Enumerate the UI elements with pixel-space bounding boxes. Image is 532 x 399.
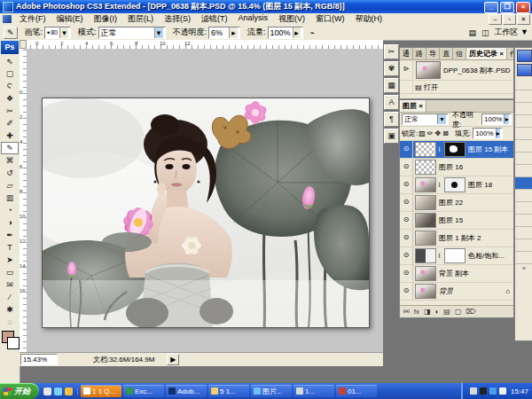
layer-thumbnail[interactable] bbox=[415, 266, 436, 281]
layers-opacity-arrow[interactable]: ▸ bbox=[504, 114, 509, 124]
zoom-tool[interactable]: ◌ bbox=[1, 316, 19, 328]
paragraph-icon[interactable]: ¶ bbox=[384, 112, 399, 127]
layer-comps-icon[interactable]: ▣ bbox=[384, 129, 399, 144]
brush-dropdown-arrow[interactable]: ▾ bbox=[59, 27, 68, 38]
eraser-tool[interactable]: ▱ bbox=[1, 179, 19, 192]
visibility-eye-icon[interactable]: ⊙ bbox=[400, 230, 413, 246]
maximize-button[interactable]: ❐ bbox=[500, 2, 514, 13]
mode-select[interactable]: 正常 ▾ bbox=[98, 27, 166, 39]
layer-row[interactable]: ⊙图层 15 bbox=[400, 212, 513, 230]
quick-launch-icon[interactable] bbox=[65, 387, 73, 395]
layer-name[interactable]: 色相/饱和... bbox=[466, 251, 505, 261]
blur-tool[interactable]: ◔ bbox=[1, 204, 19, 216]
history-brush-tool[interactable]: ↺ bbox=[1, 167, 19, 179]
blend-mode-arrow[interactable]: ▾ bbox=[437, 114, 446, 124]
quick-launch-icon[interactable] bbox=[54, 387, 62, 395]
dodge-tool[interactable]: ◑ bbox=[1, 216, 19, 229]
menu-item[interactable]: 选择(S) bbox=[159, 13, 196, 25]
opacity-input[interactable]: 6% ▸ bbox=[208, 27, 240, 39]
notes-tool[interactable]: ✉ bbox=[1, 278, 19, 291]
layers-tab[interactable]: 图层 × bbox=[400, 100, 426, 112]
healing-brush-tool[interactable]: ✚ bbox=[1, 129, 19, 142]
visibility-eye-icon[interactable]: ⊙ bbox=[400, 176, 413, 193]
clone-source-icon[interactable]: ✂ bbox=[384, 44, 399, 59]
flow-input[interactable]: 100% ▸ bbox=[268, 27, 303, 39]
strip-row[interactable] bbox=[515, 140, 532, 153]
zoom-level-input[interactable]: 15.43% bbox=[20, 354, 58, 365]
taskbar-task-button[interactable]: 5 1... bbox=[208, 385, 249, 397]
airbrush-toggle-icon[interactable]: ⌁ bbox=[310, 28, 315, 37]
palette-tab[interactable]: 信 bbox=[453, 48, 466, 59]
layer-style-icon[interactable]: fx bbox=[414, 308, 419, 316]
tool-preset-icon[interactable]: ✎ bbox=[4, 27, 18, 39]
blend-mode-select[interactable]: 正常 ▾ bbox=[402, 113, 449, 125]
menu-item[interactable]: 编辑(E) bbox=[51, 13, 89, 25]
strip-row[interactable] bbox=[515, 190, 532, 202]
strip-row[interactable] bbox=[515, 165, 532, 177]
tray-icon[interactable] bbox=[470, 387, 477, 395]
layer-thumbnail[interactable] bbox=[415, 231, 436, 246]
menu-item[interactable]: 滤镜(T) bbox=[196, 13, 233, 25]
pasteboard[interactable] bbox=[27, 49, 383, 352]
menu-item[interactable]: 文件(F) bbox=[14, 13, 51, 25]
strip-row[interactable] bbox=[515, 239, 532, 252]
layer-mask-thumbnail[interactable] bbox=[444, 177, 466, 192]
strip-row[interactable] bbox=[515, 227, 532, 239]
link-layers-icon[interactable]: ⚯ bbox=[403, 308, 410, 316]
taskbar-task-button[interactable]: Exc... bbox=[123, 385, 164, 397]
palette-tab[interactable]: 路 bbox=[413, 48, 426, 59]
collapsed-palette-strip[interactable]: « bbox=[514, 47, 532, 341]
layer-thumbnail[interactable] bbox=[415, 195, 436, 210]
layer-row[interactable]: ⊙⌇图层 15 副本 bbox=[400, 141, 513, 159]
layer-row[interactable]: ⊙⌇图层 18 bbox=[400, 176, 513, 194]
layer-name[interactable]: 图层 15 bbox=[436, 215, 463, 225]
layer-row[interactable]: ⊙图层 22 bbox=[400, 194, 513, 212]
doc-close-button[interactable]: ✕ bbox=[517, 14, 530, 25]
slice-tool[interactable]: ✐ bbox=[1, 117, 19, 129]
minimize-button[interactable]: _ bbox=[484, 2, 498, 13]
shape-tool[interactable]: ▭ bbox=[1, 266, 19, 278]
add-mask-icon[interactable]: ◨ bbox=[424, 308, 431, 316]
layer-name[interactable]: 图层 22 bbox=[436, 198, 463, 207]
layer-mask-thumbnail[interactable] bbox=[444, 248, 466, 263]
menu-item[interactable]: 图像(I) bbox=[89, 13, 123, 25]
palette-tab[interactable]: 直 bbox=[440, 48, 453, 59]
history-state-row[interactable]: ▤ 打开 bbox=[400, 81, 513, 94]
tray-icon[interactable] bbox=[499, 387, 506, 395]
collapse-chevron-icon[interactable]: « bbox=[515, 264, 532, 272]
docked-palette-icon[interactable] bbox=[517, 64, 532, 76]
lock-transparent-icon[interactable]: ▨ bbox=[419, 129, 426, 137]
palette-tab[interactable]: 历史记录 × bbox=[466, 48, 507, 59]
layer-name[interactable]: 图层 16 bbox=[436, 162, 463, 172]
visibility-eye-icon[interactable]: ⊙ bbox=[400, 265, 413, 282]
strip-row[interactable] bbox=[515, 90, 532, 103]
palette-tab[interactable]: 作 bbox=[507, 48, 513, 59]
layer-mask-thumbnail[interactable] bbox=[444, 142, 466, 157]
strip-row[interactable] bbox=[515, 177, 532, 190]
menu-item[interactable]: Analysis bbox=[233, 13, 274, 25]
layer-name[interactable]: 图层 1 副本 2 bbox=[436, 233, 481, 243]
menu-item[interactable]: 窗口(W) bbox=[310, 13, 350, 25]
doc-minimize-button[interactable]: ‒ bbox=[489, 14, 502, 25]
layer-thumbnail[interactable] bbox=[415, 160, 436, 175]
layers-opacity-input[interactable]: 100% ▸ bbox=[481, 113, 512, 125]
tray-icon[interactable] bbox=[489, 387, 497, 395]
bridge-icon[interactable]: ◫ bbox=[481, 28, 489, 37]
palette-tab[interactable]: 通 bbox=[400, 48, 413, 59]
clone-stamp-tool[interactable]: ⌘ bbox=[1, 154, 19, 167]
close-button[interactable]: × bbox=[516, 2, 530, 13]
opacity-spinner[interactable]: ▸ bbox=[229, 27, 238, 38]
pen-tool[interactable]: ✒ bbox=[1, 229, 19, 241]
quick-launch-icon[interactable] bbox=[43, 387, 51, 395]
type-tool[interactable]: T bbox=[1, 241, 19, 254]
visibility-eye-icon[interactable]: ⊙ bbox=[400, 141, 413, 158]
visibility-eye-icon[interactable]: ⊙ bbox=[400, 247, 413, 264]
lock-position-icon[interactable]: ✥ bbox=[435, 129, 442, 137]
strip-row[interactable] bbox=[515, 128, 532, 140]
color-wells[interactable] bbox=[1, 330, 19, 353]
strip-row[interactable] bbox=[515, 78, 532, 90]
layer-row[interactable]: ⊙背景⌂ bbox=[400, 283, 513, 301]
layer-row[interactable]: ⊙图层 1 副本 2 bbox=[400, 230, 513, 247]
history-brush-icon[interactable]: ⊳ bbox=[400, 60, 413, 80]
layer-thumbnail[interactable] bbox=[415, 177, 436, 192]
